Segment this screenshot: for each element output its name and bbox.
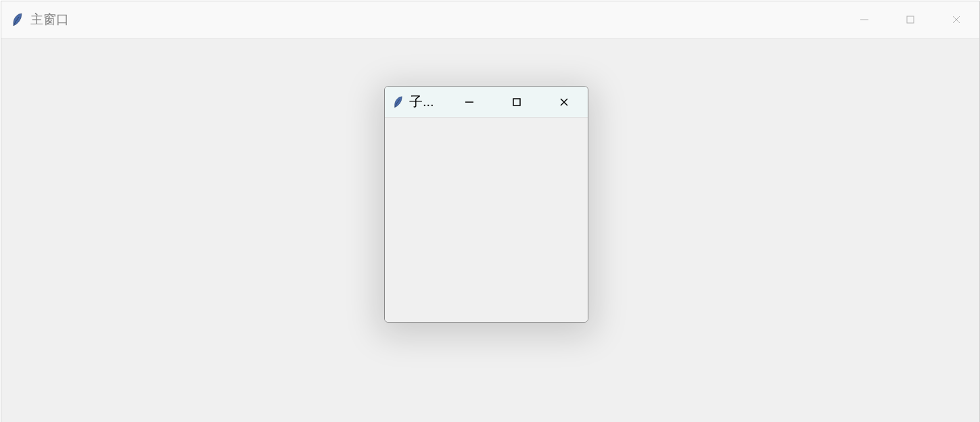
maximize-button[interactable] bbox=[887, 1, 933, 38]
app-icon bbox=[393, 95, 404, 109]
minimize-button[interactable] bbox=[446, 87, 493, 117]
close-button[interactable] bbox=[540, 87, 588, 117]
child-window-body bbox=[385, 118, 588, 322]
minimize-button[interactable] bbox=[841, 1, 887, 38]
child-window-title: 子... bbox=[409, 93, 434, 111]
main-title-group: 主窗口 bbox=[11, 11, 69, 28]
svg-rect-1 bbox=[907, 16, 914, 23]
close-icon bbox=[952, 15, 961, 24]
close-button[interactable] bbox=[933, 1, 979, 38]
main-window-title: 主窗口 bbox=[30, 11, 69, 28]
close-icon bbox=[559, 97, 569, 108]
child-titlebar[interactable]: 子... bbox=[385, 87, 588, 118]
main-window-controls bbox=[841, 1, 979, 38]
maximize-icon bbox=[906, 15, 915, 24]
main-titlebar[interactable]: 主窗口 bbox=[1, 1, 979, 39]
child-window: 子... bbox=[384, 86, 588, 323]
maximize-button[interactable] bbox=[493, 87, 540, 117]
svg-rect-5 bbox=[513, 99, 520, 106]
child-title-group: 子... bbox=[385, 93, 439, 111]
maximize-icon bbox=[511, 97, 522, 108]
minimize-icon bbox=[464, 97, 475, 108]
child-window-controls bbox=[439, 87, 588, 117]
app-icon bbox=[11, 12, 24, 27]
minimize-icon bbox=[860, 15, 869, 24]
